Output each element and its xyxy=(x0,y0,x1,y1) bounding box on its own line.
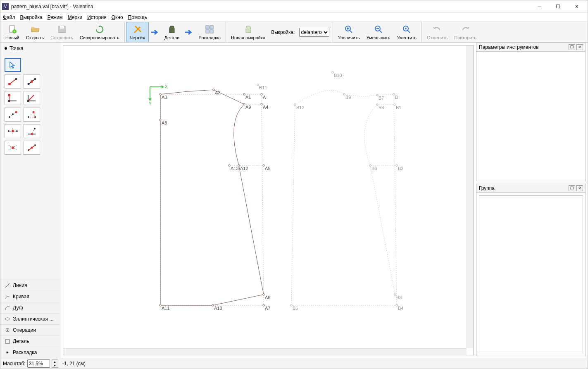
save-button[interactable]: Сохранить xyxy=(47,22,76,42)
svg-point-50 xyxy=(34,128,36,129)
menu-file[interactable]: Файл xyxy=(3,14,15,20)
zoom-in-button[interactable]: Увеличить xyxy=(335,22,363,42)
menu-measurements[interactable]: Мерки xyxy=(68,14,82,20)
maximize-button[interactable]: ☐ xyxy=(549,1,567,12)
svg-text:A: A xyxy=(263,95,266,100)
group-title: Группа xyxy=(479,185,495,191)
redo-button[interactable]: Повторить xyxy=(451,22,480,42)
svg-point-31 xyxy=(8,94,10,96)
svg-text:+: + xyxy=(14,30,16,34)
undo-button[interactable]: Отменить xyxy=(424,22,451,42)
tool-point-midpoint[interactable] xyxy=(24,141,40,155)
tool-grid xyxy=(0,54,60,159)
svg-point-20 xyxy=(405,28,407,29)
dock-close-button[interactable]: ✕ xyxy=(576,44,583,50)
menu-history[interactable]: История xyxy=(87,14,107,20)
svg-point-92 xyxy=(238,165,240,166)
tool-height[interactable] xyxy=(24,124,40,138)
group-list[interactable] xyxy=(479,195,583,353)
layout-icon xyxy=(205,24,214,34)
app-icon: V xyxy=(2,3,9,10)
dock-close-button-2[interactable]: ✕ xyxy=(576,185,583,191)
mode-arrow-2-icon xyxy=(183,22,195,42)
svg-line-19 xyxy=(407,30,410,33)
menubar: Файл Выкройка Режим Мерки История Окно П… xyxy=(0,13,588,22)
svg-point-126 xyxy=(290,304,292,306)
cat-arc[interactable]: Дуга xyxy=(0,302,60,313)
pattern-select-label: Выкройка: xyxy=(269,22,297,42)
svg-point-46 xyxy=(8,130,10,132)
drawing-canvas[interactable]: XYA3A2A1AA9A4A8A13A12A5A6A11A10A7B10B11B… xyxy=(63,45,474,355)
svg-point-76 xyxy=(159,93,161,95)
svg-point-51 xyxy=(31,133,33,135)
tool-perpendicular[interactable] xyxy=(5,91,21,105)
svg-point-106 xyxy=(257,84,259,86)
svg-line-22 xyxy=(10,79,16,84)
menu-window[interactable]: Окно xyxy=(112,14,123,20)
svg-text:A10: A10 xyxy=(214,306,222,311)
svg-text:B5: B5 xyxy=(293,306,298,311)
cat-ellipse[interactable]: Эллиптическая ... xyxy=(0,313,60,324)
pattern-select[interactable]: delantero xyxy=(299,28,329,37)
tool-pointer[interactable] xyxy=(5,58,21,72)
svg-text:A13: A13 xyxy=(231,166,239,171)
menu-help[interactable]: Помощь xyxy=(128,14,147,20)
menu-mode[interactable]: Режим xyxy=(48,14,63,20)
svg-point-82 xyxy=(261,93,262,95)
tool-shoulder[interactable] xyxy=(5,108,21,122)
dock-float-button-2[interactable]: ❐ xyxy=(569,185,575,191)
minimize-button[interactable]: ─ xyxy=(530,1,549,12)
svg-point-23 xyxy=(15,78,17,80)
tool-options-title: Параметры инструментов xyxy=(479,44,539,50)
svg-text:A2: A2 xyxy=(215,90,220,95)
detail-icon xyxy=(5,338,10,344)
svg-text:Y: Y xyxy=(149,101,152,106)
tool-triangle[interactable] xyxy=(24,108,40,122)
svg-rect-9 xyxy=(206,30,209,33)
cat-line[interactable]: Линия xyxy=(0,280,60,291)
scale-spinner[interactable]: ▲▼ xyxy=(52,359,58,368)
scale-input[interactable] xyxy=(27,359,50,368)
tool-endpoint-line[interactable] xyxy=(5,74,21,89)
dock-float-button[interactable]: ❐ xyxy=(569,44,575,50)
new-pattern-button[interactable]: Новая выкройка xyxy=(228,22,269,42)
open-button[interactable]: Открыть xyxy=(23,22,47,42)
layout-mode-button[interactable]: Раскладка xyxy=(195,22,224,42)
svg-text:B9: B9 xyxy=(345,95,351,100)
svg-point-45 xyxy=(12,130,14,132)
menu-pattern[interactable]: Выкройка xyxy=(20,14,43,20)
cat-detail[interactable]: Деталь xyxy=(0,335,60,347)
tool-category-point[interactable]: Точка xyxy=(0,43,60,54)
details-mode-button[interactable]: Детали xyxy=(161,22,183,42)
svg-line-16 xyxy=(379,30,382,33)
vertical-scrollbar[interactable] xyxy=(467,46,473,348)
svg-rect-4 xyxy=(60,26,64,29)
cat-layout[interactable]: ✴Раскладка xyxy=(0,347,60,358)
zoom-fit-button[interactable]: Уместить xyxy=(393,22,420,42)
new-button[interactable]: + Новый xyxy=(2,22,23,42)
cat-operations[interactable]: Операции xyxy=(0,324,60,335)
svg-point-96 xyxy=(263,294,264,295)
svg-text:B11: B11 xyxy=(259,85,267,90)
tool-point-intersect[interactable] xyxy=(5,124,21,138)
tool-panel: Точка Линия Кривая Дуга Эллиптическая ..… xyxy=(0,43,60,358)
svg-text:A3: A3 xyxy=(162,95,167,100)
draw-mode-button[interactable]: Чертёж xyxy=(126,22,149,42)
close-button[interactable]: ✕ xyxy=(567,1,586,12)
status-bar: Масштаб: ▲▼ -1, 21 (см) xyxy=(0,358,588,369)
zoom-out-button[interactable]: Уменьшить xyxy=(363,22,394,42)
cat-curve[interactable]: Кривая xyxy=(0,291,60,302)
svg-text:A6: A6 xyxy=(265,295,270,300)
tool-point-along-line[interactable] xyxy=(24,74,40,89)
svg-text:B12: B12 xyxy=(296,105,305,110)
undo-icon xyxy=(432,24,442,34)
svg-text:A5: A5 xyxy=(265,166,270,171)
svg-point-27 xyxy=(31,80,33,83)
tool-line-intersect[interactable] xyxy=(5,141,21,155)
ellipse-icon xyxy=(5,316,10,322)
tool-bisector[interactable] xyxy=(24,91,40,105)
svg-line-73 xyxy=(291,105,295,305)
svg-point-30 xyxy=(8,100,10,102)
horizontal-scrollbar[interactable] xyxy=(63,348,467,355)
sync-button[interactable]: Синхронизировать xyxy=(76,22,123,42)
